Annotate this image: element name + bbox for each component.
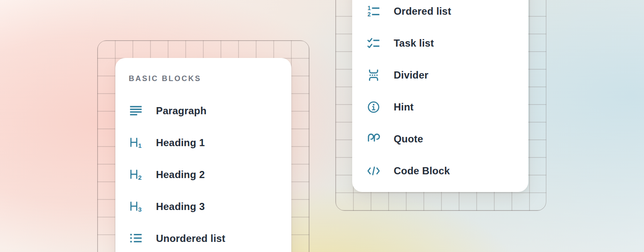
menu-item-paragraph[interactable]: Paragraph bbox=[129, 95, 278, 127]
menu-item-label: Heading 1 bbox=[156, 137, 205, 149]
menu-item-label: Code Block bbox=[394, 165, 450, 177]
menu-item-label: Divider bbox=[394, 69, 428, 81]
menu-item-heading-1[interactable]: 1Heading 1 bbox=[129, 127, 278, 159]
ordered-list-icon: 12 bbox=[366, 4, 381, 18]
menu-item-unordered-list[interactable]: Unordered list bbox=[129, 223, 278, 252]
menu-item-quote[interactable]: Quote bbox=[366, 123, 514, 155]
menu-item-label: Heading 2 bbox=[156, 169, 205, 181]
more-blocks-menu-card: 12Ordered listTask listDividerHintQuoteC… bbox=[352, 0, 528, 192]
quote-icon bbox=[366, 132, 381, 146]
menu-item-label: Unordered list bbox=[156, 233, 226, 244]
menu-item-divider[interactable]: Divider bbox=[366, 59, 514, 91]
heading-3-icon: 3 bbox=[129, 200, 143, 214]
menu-item-code-block[interactable]: Code Block bbox=[366, 155, 514, 187]
basic-blocks-header: BASIC BLOCKS bbox=[129, 75, 278, 82]
menu-item-label: Ordered list bbox=[394, 5, 451, 17]
svg-text:2: 2 bbox=[367, 11, 371, 18]
block-menu-illustration: BASIC BLOCKS Paragraph1Heading 12Heading… bbox=[0, 0, 644, 252]
more-blocks-list: 12Ordered listTask listDividerHintQuoteC… bbox=[366, 0, 514, 187]
svg-text:3: 3 bbox=[138, 206, 141, 213]
menu-item-hint[interactable]: Hint bbox=[366, 91, 514, 123]
svg-text:1: 1 bbox=[367, 5, 371, 11]
paragraph-icon bbox=[129, 104, 143, 118]
svg-text:1: 1 bbox=[138, 142, 141, 149]
svg-text:2: 2 bbox=[138, 174, 141, 181]
menu-item-heading-2[interactable]: 2Heading 2 bbox=[129, 159, 278, 191]
basic-blocks-list: Paragraph1Heading 12Heading 23Heading 3U… bbox=[129, 95, 278, 252]
menu-item-ordered-list[interactable]: 12Ordered list bbox=[366, 0, 514, 27]
menu-item-label: Hint bbox=[394, 101, 413, 113]
basic-blocks-menu-card: BASIC BLOCKS Paragraph1Heading 12Heading… bbox=[115, 58, 291, 252]
menu-item-label: Heading 3 bbox=[156, 201, 205, 213]
unordered-list-icon bbox=[129, 231, 143, 246]
code-block-icon bbox=[366, 164, 381, 178]
heading-1-icon: 1 bbox=[129, 136, 143, 150]
menu-item-label: Paragraph bbox=[156, 105, 207, 117]
menu-item-task-list[interactable]: Task list bbox=[366, 27, 514, 59]
divider-icon bbox=[366, 68, 381, 82]
heading-2-icon: 2 bbox=[129, 168, 143, 182]
menu-item-label: Quote bbox=[394, 133, 423, 145]
hint-icon bbox=[366, 100, 381, 114]
menu-item-heading-3[interactable]: 3Heading 3 bbox=[129, 191, 278, 223]
menu-item-label: Task list bbox=[394, 37, 434, 49]
task-list-icon bbox=[366, 36, 381, 50]
